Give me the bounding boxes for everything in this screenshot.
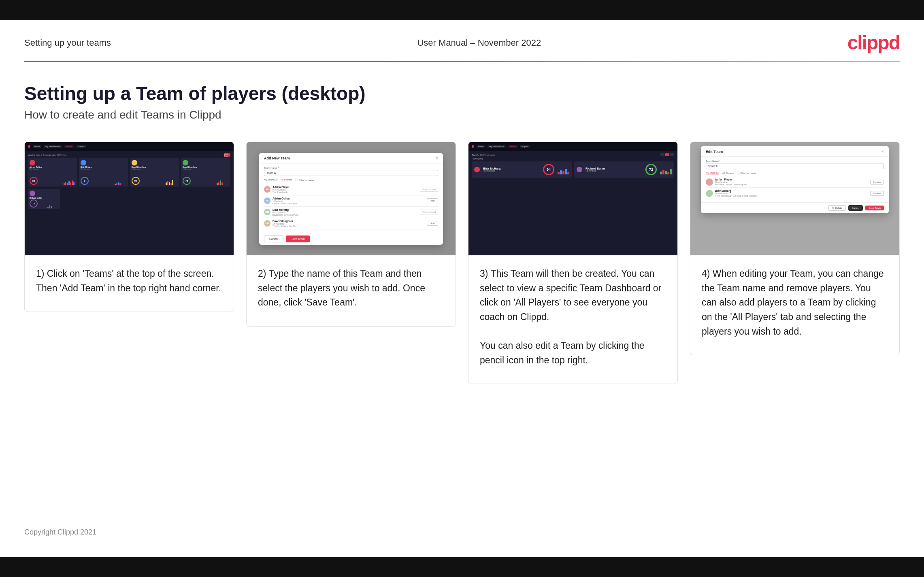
ss2-close-icon[interactable]: × [436, 156, 438, 161]
ss2-tab-myteam[interactable]: My Team (2) [264, 178, 277, 182]
ss2-player-list: AP Adrian Player Plus Handicap The Shine… [264, 184, 438, 229]
card-1-screenshot: Home My Performance Teams Players Viewin… [25, 142, 234, 255]
footer: Copyright Clippd 2021 [0, 520, 924, 545]
top-bar [0, 0, 924, 20]
page-title: Setting up a Team of players (desktop) [24, 83, 900, 104]
ss1-nav: Home My Performance Teams Players [25, 142, 234, 151]
ss2-player-row: AP Adrian Player Plus Handicap The Shine… [264, 184, 438, 195]
ss4-team-name-label: Team Name * [706, 160, 884, 162]
ss2-modal-title: Add New Team [264, 156, 290, 160]
ss2-player-row: DB Dave Billingham 3.5 Handicap The Dog … [264, 218, 438, 229]
ss4-modal-title: Edit Team [706, 150, 723, 154]
card-3: Home My Performance Teams Players Team A… [468, 142, 678, 384]
card-4-text: 4) When editing your Team, you can chang… [690, 255, 899, 355]
card-4: Edit Team × Team Name * Team A My Team (… [690, 142, 900, 355]
header-doc-title: User Manual – November 2022 [417, 38, 541, 48]
ss2-add-player-button[interactable]: Add [427, 221, 438, 226]
ss4-filter-label: Filter by name [737, 172, 756, 174]
ss2-add-player-button[interactable]: Add [427, 198, 438, 203]
ss4-remove-player-button[interactable]: Remove [870, 191, 884, 196]
ss2-player-added-badge: Player Added [420, 210, 438, 214]
ss4-delete-button[interactable]: 🗑 Delete [828, 205, 845, 211]
ss4-tab-allplayers[interactable]: All Players [722, 172, 734, 174]
header: Setting up your teams User Manual – Nove… [0, 20, 924, 61]
card-1-text: 1) Click on 'Teams' at the top of the sc… [25, 255, 234, 312]
ss4-team-name-input[interactable]: Team A [706, 163, 884, 169]
ss2-player-row: AC Adrian Coliba 1 Handicap Central Lond… [264, 195, 438, 207]
ss2-team-name-label: Team Name * [264, 167, 438, 169]
card-3-text: 3) This Team will then be created. You c… [468, 255, 677, 384]
card-3-screenshot: Home My Performance Teams Players Team A… [468, 142, 677, 255]
ss2-save-button[interactable]: Save Team [286, 235, 310, 242]
card-4-screenshot: Edit Team × Team Name * Team A My Team (… [690, 142, 899, 255]
card-1: Home My Performance Teams Players Viewin… [24, 142, 234, 312]
card-2: Add New Team × Team Name * Team A My Tea… [246, 142, 456, 327]
clippd-logo: clippd [847, 32, 900, 54]
card-2-screenshot: Add New Team × Team Name * Team A My Tea… [247, 142, 456, 255]
bottom-bar [0, 557, 924, 577]
ss4-player-row: Blair McHarg Plus Handicap Royal North D… [706, 188, 884, 199]
copyright-text: Copyright Clippd 2021 [24, 528, 96, 536]
card-2-text: 2) Type the name of this Team and then s… [247, 255, 456, 326]
ss4-player-row: Adrian Player Plus Handicap The Shine Lo… [706, 176, 884, 188]
ss2-player-added-badge: Player Added [420, 187, 438, 192]
ss4-tab-myteam[interactable]: My Team (2) [706, 172, 719, 174]
ss4-remove-player-button[interactable]: Remove [870, 180, 884, 185]
ss2-filter-label: Filter by name [296, 179, 314, 181]
ss4-save-button[interactable]: Save Team [865, 206, 884, 210]
header-section-title: Setting up your teams [24, 38, 111, 48]
ss2-player-row: BM Blair McHarg Plus Handicap Royal Nort… [264, 207, 438, 218]
ss4-cancel-button[interactable]: Cancel [848, 205, 863, 211]
page-subtitle: How to create and edit Teams in Clippd [24, 108, 900, 121]
ss3-nav: Home My Performance Teams Players [468, 142, 677, 151]
cards-row: Home My Performance Teams Players Viewin… [24, 142, 900, 384]
ss2-team-name-input[interactable]: Team A [264, 170, 438, 176]
ss4-close-icon[interactable]: × [881, 149, 884, 154]
ss2-cancel-button[interactable]: Cancel [264, 235, 283, 242]
ss2-tab-allplayers[interactable]: All Players [281, 178, 292, 182]
